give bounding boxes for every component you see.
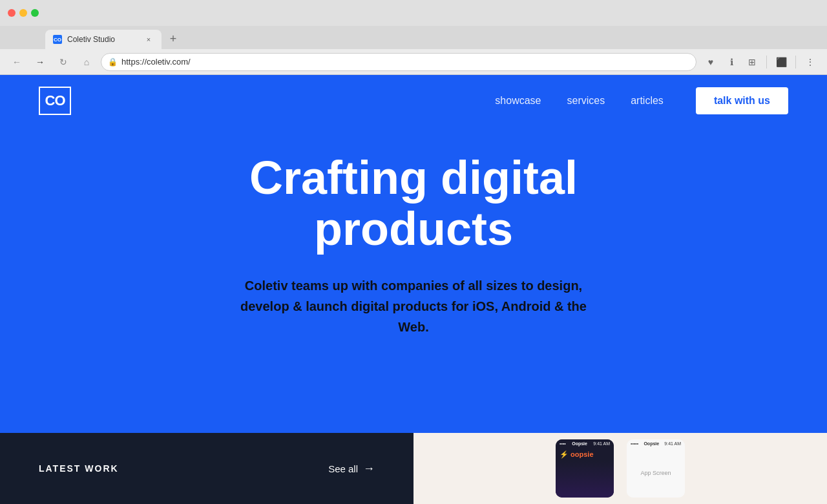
nav-services[interactable]: services bbox=[567, 95, 605, 107]
phone-2-time: 9:41 AM bbox=[664, 441, 681, 446]
lock-icon: 🔒 bbox=[108, 58, 118, 67]
phone-1-time: 9:41 AM bbox=[593, 441, 610, 446]
phone-mockup-2: ••••• Oopsie 9:41 AM App Screen bbox=[627, 439, 685, 498]
toolbar-divider bbox=[766, 56, 767, 68]
browser-tab-bar: CO Coletiv Studio × + bbox=[0, 26, 827, 49]
nav-showcase[interactable]: showcase bbox=[495, 95, 541, 107]
phone-mockup-1: •••• Oopsie 9:41 AM ⚡ oopsie bbox=[556, 439, 614, 498]
nav-articles[interactable]: articles bbox=[631, 95, 664, 107]
latest-work-left: LATEST WORK See all → bbox=[0, 433, 414, 504]
nav-links: showcase services articles talk with us bbox=[495, 87, 788, 114]
close-window-button[interactable] bbox=[8, 9, 16, 17]
pocket-icon[interactable]: ♥ bbox=[702, 53, 720, 71]
site-navigation: CO showcase services articles talk with … bbox=[0, 75, 827, 127]
phone-mockup-group: •••• Oopsie 9:41 AM ⚡ oopsie ••••• bbox=[549, 433, 691, 504]
site-logo[interactable]: CO bbox=[39, 87, 71, 115]
latest-work-label: LATEST WORK bbox=[39, 463, 119, 474]
browser-tab-active[interactable]: CO Coletiv Studio × bbox=[45, 30, 162, 49]
see-all-arrow-icon: → bbox=[363, 462, 375, 476]
phone-1-signal: •••• bbox=[560, 441, 566, 446]
tab-favicon: CO bbox=[53, 35, 62, 44]
see-all-text: See all bbox=[328, 463, 358, 474]
window-controls bbox=[8, 9, 39, 17]
minimize-window-button[interactable] bbox=[19, 9, 27, 17]
phone-2-content: App Screen bbox=[640, 470, 671, 476]
phone-1-brand: ⚡ oopsie bbox=[560, 450, 610, 459]
address-bar[interactable]: 🔒 https://coletiv.com/ bbox=[101, 53, 696, 71]
tab-title: Coletiv Studio bbox=[67, 35, 115, 44]
phone-1-status-bar: •••• Oopsie 9:41 AM bbox=[556, 439, 614, 448]
phone-2-status-bar: ••••• Oopsie 9:41 AM bbox=[627, 439, 685, 448]
menu-button[interactable]: ⋮ bbox=[801, 53, 819, 71]
latest-work-section: LATEST WORK See all → •••• Oopsie 9:41 A… bbox=[0, 433, 827, 504]
latest-work-right: •••• Oopsie 9:41 AM ⚡ oopsie ••••• bbox=[414, 433, 827, 504]
phone-2-signal: ••••• bbox=[631, 441, 638, 446]
info-icon[interactable]: ℹ bbox=[722, 53, 740, 71]
hero-section: Crafting digital products Coletiv teams … bbox=[0, 127, 827, 337]
maximize-window-button[interactable] bbox=[31, 9, 39, 17]
browser-toolbar: ← → ↻ ⌂ 🔒 https://coletiv.com/ ♥ ℹ ⊞ ⬛ ⋮ bbox=[0, 49, 827, 75]
forward-button[interactable]: → bbox=[31, 53, 49, 71]
see-all-link[interactable]: See all → bbox=[328, 462, 375, 476]
nav-cta-button[interactable]: talk with us bbox=[696, 87, 788, 114]
phone-2-app-label: Oopsie bbox=[644, 441, 659, 446]
browser-titlebar bbox=[0, 0, 827, 26]
back-button[interactable]: ← bbox=[8, 53, 26, 71]
phone-1-app-label: Oopsie bbox=[572, 441, 587, 446]
browser-window: CO Coletiv Studio × + ← → ↻ ⌂ 🔒 https://… bbox=[0, 0, 827, 504]
toolbar-divider-2 bbox=[795, 56, 796, 68]
tab-close-button[interactable]: × bbox=[143, 34, 154, 45]
browser-actions: ♥ ℹ ⊞ ⬛ ⋮ bbox=[702, 53, 819, 71]
new-tab-button[interactable]: + bbox=[164, 30, 182, 48]
home-button[interactable]: ⌂ bbox=[78, 53, 96, 71]
hero-subtitle: Coletiv teams up with companies of all s… bbox=[233, 275, 594, 337]
refresh-button[interactable]: ↻ bbox=[54, 53, 72, 71]
url-text: https://coletiv.com/ bbox=[121, 57, 191, 67]
extension-icon[interactable]: ⬛ bbox=[772, 53, 790, 71]
reader-mode-icon[interactable]: ⊞ bbox=[743, 53, 761, 71]
website-content: CO showcase services articles talk with … bbox=[0, 75, 827, 504]
hero-title: Crafting digital products bbox=[249, 152, 578, 255]
